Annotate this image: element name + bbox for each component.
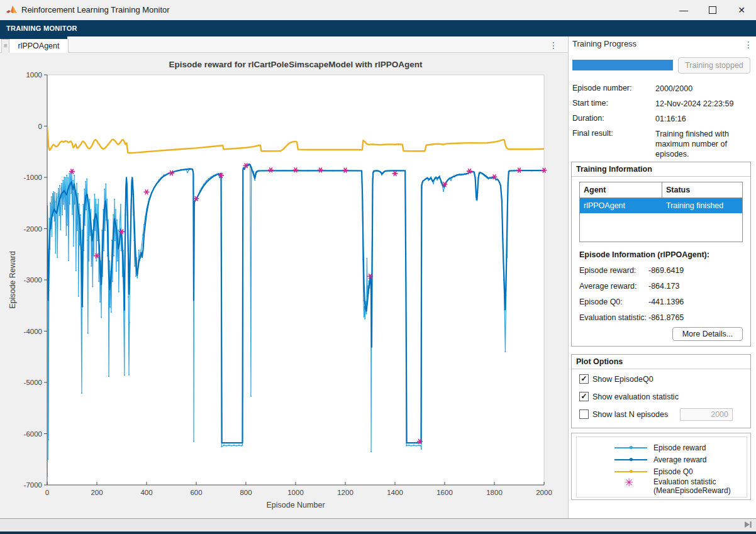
agent-cell: rlPPOAgent [580, 198, 662, 213]
app-window: Reinforcement Learning Training Monitor … [0, 0, 756, 534]
title-bar: Reinforcement Learning Training Monitor … [0, 0, 756, 21]
episode-info-label: Episode reward: [579, 266, 636, 275]
matlab-logo-icon [6, 5, 18, 15]
y-tick-label: -2000 [24, 225, 42, 233]
last-n-episodes-input[interactable] [680, 408, 733, 421]
training-chart[interactable]: 10000-1000-2000-3000-4000-5000-6000-7000… [0, 53, 568, 518]
x-tick-label: 600 [190, 489, 202, 496]
info-label: Episode number: [572, 84, 632, 92]
y-tick-label: -3000 [24, 276, 42, 284]
y-tick-label: 0 [38, 123, 42, 130]
training-stopped-button[interactable]: Training stopped [678, 57, 750, 74]
legend-marker-dot [630, 458, 633, 461]
x-tick-label: 1200 [337, 489, 353, 496]
y-axis-label: Episode Reward [8, 251, 17, 309]
legend-label: Episode reward [653, 443, 706, 452]
y-tick-label: 1000 [26, 71, 42, 79]
episode-info-value: -861.8765 [648, 313, 684, 322]
checkbox-checked-icon[interactable]: ✓ [579, 374, 589, 384]
x-tick-label: 1800 [486, 489, 503, 496]
divider [572, 369, 750, 369]
window-bottom-edge [0, 531, 756, 534]
x-tick-label: 400 [140, 489, 152, 496]
x-tick-label: 200 [91, 489, 103, 496]
training-information-panel: Training Information AgentStatusrlPPOAge… [571, 162, 751, 347]
legend-box: Episode rewardAverage rewardEpisode Q0✳E… [576, 437, 747, 498]
divider [572, 176, 750, 177]
checkbox-checked-icon[interactable]: ✓ [579, 392, 589, 401]
legend-item[interactable]: Average reward [577, 454, 747, 465]
y-tick-label: -1000 [24, 174, 42, 181]
agent-status-table[interactable]: AgentStatusrlPPOAgentTraining finished [579, 182, 743, 242]
plot-options-panel: Plot Options ✓Show EpisodeQ0✓Show evalua… [571, 354, 751, 428]
info-label: Start time: [572, 99, 608, 108]
table-header-row: AgentStatus [580, 182, 742, 198]
legend-label: Episode Q0 [653, 467, 693, 476]
plot-options-title: Plot Options [576, 357, 623, 366]
document-tab-strip [0, 36, 568, 53]
minimize-button[interactable]: — [669, 0, 698, 20]
x-tick-label: 2000 [536, 489, 552, 496]
episode-information-title: Episode Information (rlPPOAgent): [579, 250, 709, 259]
info-label: Duration: [572, 114, 604, 123]
legend-item[interactable]: Episode reward [577, 442, 747, 453]
legend-marker-dot [630, 470, 633, 473]
checkbox-row[interactable]: Show last N episodes [579, 409, 668, 419]
info-value: 12-Nov-2024 22:23:59 [655, 99, 751, 109]
maximize-icon [709, 6, 716, 14]
episode-info-label: Average reward: [579, 282, 637, 291]
training-information-title: Training Information [576, 165, 652, 174]
y-tick-label: -4000 [24, 328, 42, 335]
panel-title: Training Progress [572, 39, 636, 48]
info-value: 01:16:16 [655, 114, 751, 124]
episode-info-value: -441.1396 [648, 298, 684, 306]
y-tick-label: -6000 [24, 430, 42, 438]
info-value: Training finished with maximum number of… [655, 129, 751, 159]
checkbox-row[interactable]: ✓Show evaluation statistic [579, 392, 679, 401]
legend-label: Average reward [653, 455, 707, 464]
close-button[interactable]: ✕ [727, 0, 756, 20]
episode-info-value: -864.173 [648, 282, 679, 291]
tab-rlppoagent[interactable]: rlPPOAgent [9, 39, 69, 53]
x-tick-label: 1000 [287, 489, 304, 496]
info-label: Final result: [572, 129, 613, 138]
legend-label: Evaluation statistic(MeanEpisodeReward) [653, 477, 731, 495]
col-status: Status [662, 182, 742, 197]
status-bar [0, 518, 756, 531]
legend-panel: Episode rewardAverage rewardEpisode Q0✳E… [571, 433, 751, 500]
checkbox-unchecked-icon[interactable] [579, 409, 589, 419]
y-tick-label: -7000 [24, 481, 42, 489]
skip-to-end-icon[interactable] [744, 521, 752, 528]
checkbox-label: Show evaluation statistic [592, 392, 679, 401]
x-tick-label: 0 [45, 489, 49, 496]
x-axis-label: Episode Number [266, 501, 325, 509]
training-progress-bar [572, 60, 673, 70]
chart-title: Episode reward for rlCartPoleSimscapeMod… [169, 60, 423, 69]
window-title: Reinforcement Learning Training Monitor [21, 5, 170, 14]
status-cell: Training finished [662, 198, 742, 213]
x-tick-label: 800 [240, 489, 252, 496]
checkbox-row[interactable]: ✓Show EpisodeQ0 [579, 374, 653, 384]
col-agent: Agent [580, 182, 662, 197]
y-tick-label: -5000 [24, 379, 42, 386]
checkbox-label: Show EpisodeQ0 [592, 375, 653, 384]
episode-info-value: -869.6419 [648, 266, 684, 275]
ribbon-bar: TRAINING MONITOR [0, 20, 756, 36]
evaluation-star-icon: ✳ [625, 476, 633, 489]
checkbox-label: Show last N episodes [592, 410, 668, 419]
ribbon-tab-training-monitor[interactable]: TRAINING MONITOR [6, 25, 77, 32]
tab-overflow-menu-icon[interactable]: ⋮ [548, 38, 559, 52]
legend-item[interactable]: ✳Evaluation statistic(MeanEpisodeReward) [577, 476, 747, 487]
x-tick-label: 1400 [387, 489, 403, 496]
info-value: 2000/2000 [655, 84, 751, 94]
legend-marker-dot [630, 446, 633, 449]
maximize-button[interactable] [698, 0, 727, 20]
table-row[interactable]: rlPPOAgentTraining finished [580, 198, 742, 213]
x-tick-label: 1600 [436, 489, 453, 496]
episode-info-label: Evaluation statistic: [579, 313, 647, 322]
panel-overflow-menu-icon[interactable]: ⋮ [744, 38, 753, 51]
episode-info-label: Episode Q0: [579, 298, 623, 306]
more-details-button[interactable]: More Details... [672, 327, 743, 341]
